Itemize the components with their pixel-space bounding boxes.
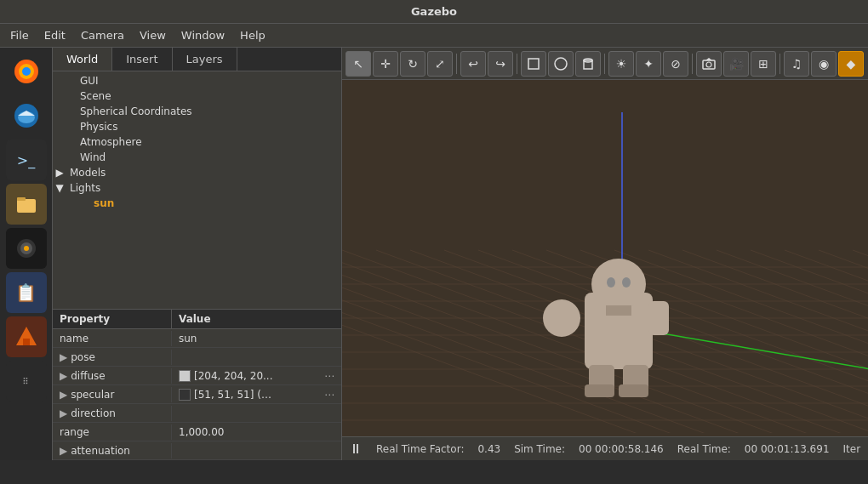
tree-item-atmosphere[interactable]: Atmosphere (53, 134, 341, 150)
tool-rotate[interactable]: ↻ (400, 51, 425, 77)
tabs: World Insert Layers (53, 48, 341, 71)
prop-row-range[interactable]: range 1,000.00 (53, 423, 341, 441)
tool-camera2[interactable]: 🎥 (723, 51, 749, 77)
svg-rect-64 (585, 384, 614, 397)
prop-diffuse-label: diffuse (71, 370, 105, 382)
main-area: >_ 📋 ⠿ (0, 48, 868, 460)
svg-point-14 (555, 58, 567, 70)
tool-undo[interactable]: ↩ (460, 51, 486, 77)
3d-scene[interactable] (342, 80, 868, 433)
svg-point-59 (591, 259, 646, 310)
tab-layers[interactable]: Layers (173, 48, 237, 71)
tool-box[interactable] (521, 51, 546, 77)
tool-directional-light[interactable]: ⊘ (663, 51, 688, 77)
diffuse-swatch (179, 370, 191, 382)
menu-file[interactable]: File (3, 27, 36, 43)
prop-attenuation-label: attenuation (71, 445, 130, 457)
tool-translate[interactable]: ✛ (373, 51, 398, 77)
sep1 (456, 54, 457, 74)
sidebar-icon-thunderbird[interactable] (6, 95, 47, 136)
sidebar-icon-firefox[interactable] (6, 51, 47, 92)
svg-point-2 (22, 67, 31, 76)
svg-rect-12 (23, 339, 30, 345)
tree-item-spherical-coordinates[interactable]: Spherical Coordinates (53, 104, 341, 119)
menu-bar: File Edit Camera View Window Help (0, 24, 868, 48)
svg-rect-65 (619, 384, 648, 397)
prop-row-attenuation[interactable]: ▶ attenuation (53, 441, 341, 460)
sidebar-icon-app6[interactable] (6, 316, 47, 357)
svg-point-68 (622, 277, 631, 288)
prop-row-diffuse[interactable]: ▶ diffuse [204, 204, 20... ⋯ (53, 367, 341, 385)
prop-diffuse-value: [204, 204, 20... (194, 370, 272, 382)
sidebar-icon-files[interactable] (6, 184, 47, 225)
prop-range-label: range (60, 426, 89, 438)
left-panel: World Insert Layers GUI Scene Spherical … (53, 48, 342, 460)
tree-item-physics[interactable]: Physics (53, 119, 341, 134)
tool-grid[interactable]: ⊞ (751, 51, 776, 77)
svg-rect-7 (17, 197, 26, 201)
svg-marker-19 (705, 58, 712, 60)
prop-col-value: Value (172, 310, 341, 328)
sim-time-value: 00 00:00:58.146 (579, 443, 664, 455)
iter-label: Iter (843, 443, 861, 455)
tool-camera1[interactable] (696, 51, 722, 77)
tree-item-scene[interactable]: Scene (53, 88, 341, 104)
tool-audio[interactable]: ♫ (784, 51, 809, 77)
sidebar-icons: >_ 📋 ⠿ (0, 48, 53, 460)
menu-window[interactable]: Window (174, 27, 231, 43)
specular-expand-icon: ⋯ (324, 389, 334, 401)
svg-point-10 (24, 246, 29, 251)
menu-camera[interactable]: Camera (74, 27, 131, 43)
menu-edit[interactable]: Edit (37, 27, 72, 43)
tab-insert[interactable]: Insert (112, 48, 172, 71)
tool-sphere[interactable] (548, 51, 574, 77)
sidebar-icon-notes[interactable]: 📋 (6, 272, 47, 313)
title-label: Gazebo (411, 5, 457, 18)
tool-highlight[interactable]: ◆ (838, 51, 864, 77)
tool-cylinder[interactable] (575, 51, 601, 77)
prop-value-name: sun (179, 333, 197, 344)
tab-world[interactable]: World (53, 48, 112, 71)
viewport[interactable]: ↖ ✛ ↻ ⤢ ↩ ↪ ☀ ✦ ⊘ 🎥 (342, 48, 868, 460)
sidebar-icon-apps[interactable]: ⠿ (6, 361, 47, 401)
prop-col-property: Property (53, 310, 172, 328)
tree-item-wind[interactable]: Wind (53, 150, 341, 165)
menu-help[interactable]: Help (233, 27, 272, 43)
tool-spot-light[interactable]: ✦ (636, 51, 661, 77)
prop-row-pose[interactable]: ▶ pose (53, 348, 341, 367)
svg-rect-6 (17, 199, 36, 213)
tool-select[interactable]: ↖ (345, 51, 371, 77)
sep4 (692, 54, 693, 74)
prop-arrow-attenuation: ▶ (60, 445, 67, 457)
tool-record[interactable]: ◉ (811, 51, 837, 77)
prop-direction-label: direction (71, 407, 116, 419)
tool-redo[interactable]: ↪ (488, 51, 513, 77)
properties-panel: Property Value name sun ▶ pose (53, 309, 341, 460)
sep3 (604, 54, 605, 74)
prop-header: Property Value (53, 310, 341, 329)
title-bar: Gazebo (0, 0, 868, 24)
tool-point-light[interactable]: ☀ (608, 51, 634, 77)
prop-range-value: 1,000.00 (179, 426, 224, 438)
menu-view[interactable]: View (133, 27, 173, 43)
tree-item-lights[interactable]: ▼ Lights (53, 180, 341, 196)
prop-name-label: name (60, 333, 89, 344)
sidebar-icon-terminal[interactable]: >_ (6, 140, 47, 180)
pause-button[interactable]: ⏸ (349, 441, 363, 457)
tree-item-sun[interactable]: sun (53, 196, 341, 211)
diffuse-expand-icon: ⋯ (324, 370, 334, 382)
prop-arrow-specular: ▶ (60, 389, 67, 401)
tree-arrow-lights: ▼ (53, 182, 66, 194)
real-time-factor-label: Real Time Factor: (376, 443, 464, 455)
prop-arrow-diffuse: ▶ (60, 370, 67, 382)
real-time-value: 00 00:01:13.691 (745, 443, 830, 455)
sidebar-icon-audio[interactable] (6, 228, 47, 269)
prop-row-specular[interactable]: ▶ specular [51, 51, 51] (… ⋯ (53, 385, 341, 404)
tree-item-gui[interactable]: GUI (53, 73, 341, 88)
tool-scale[interactable]: ⤢ (427, 51, 453, 77)
prop-arrow-direction: ▶ (60, 407, 67, 419)
prop-row-name[interactable]: name sun (53, 329, 341, 348)
tree-item-models[interactable]: ▶ Models (53, 165, 341, 180)
specular-swatch (179, 389, 191, 401)
prop-row-direction[interactable]: ▶ direction (53, 404, 341, 423)
